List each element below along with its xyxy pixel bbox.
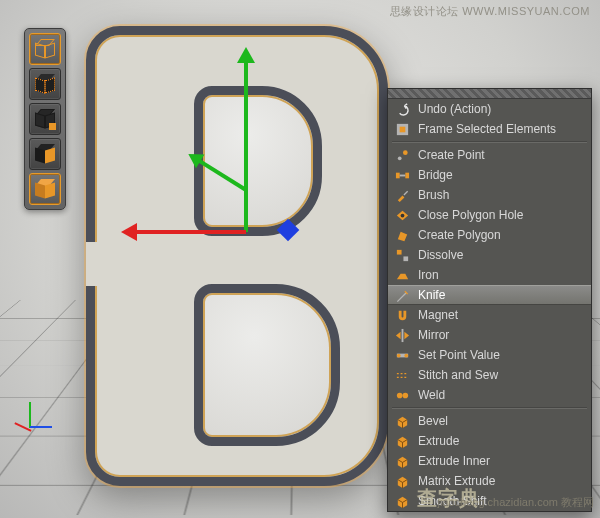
bridge-icon xyxy=(394,167,410,183)
box-icon xyxy=(394,433,410,449)
mode-edge-button[interactable] xyxy=(29,138,61,170)
svg-rect-9 xyxy=(403,256,408,261)
box-icon xyxy=(394,413,410,429)
menu-item-weld[interactable]: Weld xyxy=(388,385,591,405)
mode-tool-rail xyxy=(24,28,66,210)
menu-item-label: Bevel xyxy=(418,414,583,428)
menu-item-extrude[interactable]: Extrude xyxy=(388,431,591,451)
menu-separator xyxy=(392,407,587,409)
menu-item-mirror[interactable]: Mirror xyxy=(388,325,591,345)
menu-item-label: Brush xyxy=(418,188,583,202)
svg-rect-6 xyxy=(399,174,405,176)
frame-icon xyxy=(394,121,410,137)
svg-rect-5 xyxy=(405,172,409,178)
menu-item-iron[interactable]: Iron xyxy=(388,265,591,285)
menu-item-label: Iron xyxy=(418,268,583,282)
menu-item-create-point[interactable]: Create Point xyxy=(388,145,591,165)
menu-item-label: Undo (Action) xyxy=(418,102,583,116)
menu-item-frame[interactable]: Frame Selected Elements xyxy=(388,119,591,139)
menu-item-label: Dissolve xyxy=(418,248,583,262)
menu-item-knife[interactable]: Knife xyxy=(388,285,591,305)
svg-rect-1 xyxy=(399,126,405,132)
svg-point-14 xyxy=(396,392,402,398)
svg-point-15 xyxy=(402,392,408,398)
close-hole-icon xyxy=(394,207,410,223)
svg-rect-10 xyxy=(401,328,403,341)
menu-item-label: Magnet xyxy=(418,308,583,322)
knife-icon xyxy=(394,287,410,303)
box-icon xyxy=(394,473,410,489)
poly-icon xyxy=(394,227,410,243)
stitch-icon xyxy=(394,367,410,383)
cube-outline-icon xyxy=(35,39,55,59)
menu-item-bevel[interactable]: Bevel xyxy=(388,411,591,431)
menu-item-undo[interactable]: Undo (Action) xyxy=(388,99,591,119)
menu-item-label: Knife xyxy=(418,288,583,302)
menu-item-label: Bridge xyxy=(418,168,583,182)
svg-point-3 xyxy=(402,150,407,155)
svg-point-13 xyxy=(404,353,408,357)
menu-item-label: Extrude xyxy=(418,434,583,448)
menu-item-set-point[interactable]: Set Point Value xyxy=(388,345,591,365)
watermark-top: 思缘设计论坛 WWW.MISSYUAN.COM xyxy=(390,4,590,19)
menu-item-brush[interactable]: Brush xyxy=(388,185,591,205)
menu-item-extrude-inner[interactable]: Extrude Inner xyxy=(388,451,591,471)
mode-object-button[interactable] xyxy=(29,33,61,65)
setpoint-icon xyxy=(394,347,410,363)
gizmo-axis-y[interactable] xyxy=(244,52,248,232)
cube-polygon-icon xyxy=(35,179,55,199)
menu-item-label: Extrude Inner xyxy=(418,454,583,468)
menu-item-magnet[interactable]: Magnet xyxy=(388,305,591,325)
svg-point-7 xyxy=(400,213,404,217)
svg-point-12 xyxy=(396,353,400,357)
menu-item-label: Stitch and Sew xyxy=(418,368,583,382)
mesh-letter-b[interactable] xyxy=(86,26,388,486)
dot-icon xyxy=(394,147,410,163)
menu-item-dissolve[interactable]: Dissolve xyxy=(388,245,591,265)
magnet-icon xyxy=(394,307,410,323)
cube-point-icon xyxy=(35,109,55,129)
box-icon xyxy=(394,493,410,509)
menu-item-label: Close Polygon Hole xyxy=(418,208,583,222)
menu-item-close-hole[interactable]: Close Polygon Hole xyxy=(388,205,591,225)
mode-polygon-button[interactable] xyxy=(29,173,61,205)
menu-item-stitch[interactable]: Stitch and Sew xyxy=(388,365,591,385)
undo-icon xyxy=(394,101,410,117)
mode-point-button[interactable] xyxy=(29,103,61,135)
cube-edge-icon xyxy=(35,144,55,164)
svg-point-2 xyxy=(397,156,401,160)
watermark-bottom-site: jiaocheng.chazidian.com 教程网 xyxy=(437,495,594,510)
menu-item-create-poly[interactable]: Create Polygon xyxy=(388,225,591,245)
context-menu-grip[interactable] xyxy=(388,89,591,99)
svg-rect-8 xyxy=(396,249,401,254)
brush-icon xyxy=(394,187,410,203)
context-menu: Undo (Action)Frame Selected ElementsCrea… xyxy=(387,88,592,512)
menu-item-label: Frame Selected Elements xyxy=(418,122,583,136)
svg-rect-4 xyxy=(395,172,399,178)
menu-item-bridge[interactable]: Bridge xyxy=(388,165,591,185)
cube-texture-icon xyxy=(35,74,55,94)
box-icon xyxy=(394,453,410,469)
menu-item-label: Set Point Value xyxy=(418,348,583,362)
menu-item-label: Create Polygon xyxy=(418,228,583,242)
mode-texture-button[interactable] xyxy=(29,68,61,100)
dissolve-icon xyxy=(394,247,410,263)
menu-item-label: Create Point xyxy=(418,148,583,162)
gizmo-axis-x[interactable] xyxy=(126,230,246,234)
menu-item-label: Weld xyxy=(418,388,583,402)
weld-icon xyxy=(394,387,410,403)
menu-separator xyxy=(392,141,587,143)
mirror-icon xyxy=(394,327,410,343)
iron-icon xyxy=(394,267,410,283)
world-axes-indicator xyxy=(18,410,44,436)
menu-item-label: Mirror xyxy=(418,328,583,342)
